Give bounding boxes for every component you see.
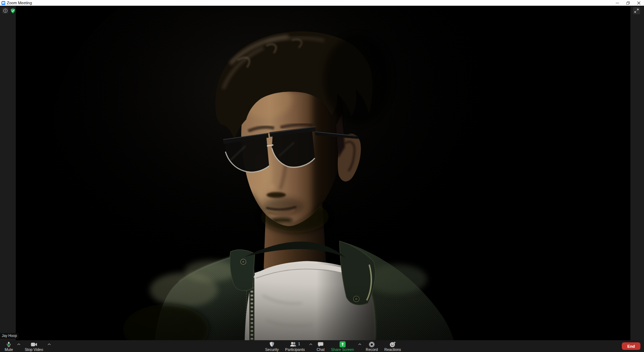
chevron-up-icon [48,343,51,345]
video-options-chevron[interactable] [47,340,52,345]
mute-label: Mute [5,348,13,352]
encryption-badge[interactable] [10,8,15,14]
portrait-video-image [16,6,630,340]
share-options-chevron[interactable] [357,340,362,345]
microphone-icon [6,342,11,347]
chat-bubble-icon [318,342,323,347]
titlebar: Zoom Meeting [0,0,644,6]
meeting-info-icon [3,9,8,13]
zoom-meeting-window: Zoom Meeting Jay Hoop [0,0,644,352]
shield-icon [269,342,274,347]
record-button[interactable]: Record [362,340,381,352]
meeting-toolbar: Mute Stop Video [0,340,644,352]
participants-count: 1 [298,342,300,346]
toolbar-right-group: End [622,340,640,352]
record-icon [369,342,375,347]
participant-name-label: Jay Hoop [0,333,19,339]
share-screen-button[interactable]: Share Screen [328,340,357,352]
reactions-label: Reactions [384,348,401,352]
window-title: Zoom Meeting [7,1,32,5]
record-label: Record [366,348,378,352]
encryption-shield-icon [10,8,15,14]
video-camera-icon [31,342,37,347]
security-label: Security [265,348,279,352]
participants-icon [290,342,297,347]
minimize-button[interactable] [612,0,623,6]
meeting-info-button[interactable] [2,8,8,14]
chat-label: Chat [317,348,325,352]
reactions-smiley-icon [390,342,396,347]
stop-video-button[interactable]: Stop Video [21,340,46,352]
restore-icon [626,1,630,5]
toolbar-left-group: Mute Stop Video [1,340,52,352]
participants-options-chevron[interactable] [308,340,313,345]
share-screen-label: Share Screen [331,348,354,352]
minimize-icon [616,1,619,5]
close-icon [637,1,640,5]
chat-button[interactable]: Chat [313,340,328,352]
stop-video-label: Stop Video [25,348,43,352]
audio-options-chevron[interactable] [16,340,21,345]
share-screen-icon [340,341,346,347]
participants-button[interactable]: 1 Participants [282,340,308,352]
zoom-logo [1,1,5,5]
restore-button[interactable] [623,0,633,6]
fullscreen-button[interactable] [633,7,640,14]
end-meeting-button[interactable]: End [622,342,640,350]
close-button[interactable] [633,0,644,6]
meeting-content-area: Jay Hoop [0,6,644,340]
chevron-up-icon [17,343,20,345]
participant-video [16,6,630,340]
fullscreen-icon [634,9,639,13]
participants-label: Participants [285,348,305,352]
toolbar-center-group: Security 1 Participants [262,340,404,352]
chevron-up-icon [358,343,361,345]
chevron-up-icon [309,343,312,345]
security-button[interactable]: Security [262,340,282,352]
mute-button[interactable]: Mute [1,340,16,352]
reactions-button[interactable]: Reactions [381,340,404,352]
